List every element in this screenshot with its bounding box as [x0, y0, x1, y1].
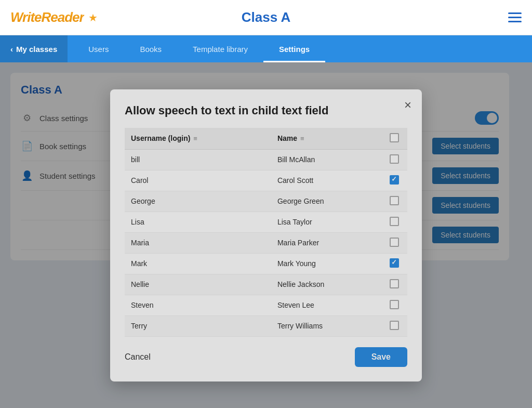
username-cell: Maria	[125, 232, 271, 253]
name-cell: Mark Young	[271, 253, 381, 274]
student-checkbox[interactable]	[390, 300, 399, 309]
username-cell: George	[125, 191, 271, 212]
table-row: CarolCarol Scott	[125, 170, 407, 191]
page-title: Class A	[242, 9, 290, 25]
hamburger-line-1	[508, 12, 522, 14]
student-checkbox[interactable]	[390, 217, 399, 226]
modal-footer: Cancel Save	[125, 347, 407, 367]
table-row: GeorgeGeorge Green	[125, 191, 407, 212]
table-row: MarkMark Young	[125, 253, 407, 274]
username-cell: bill	[125, 149, 271, 170]
name-cell: Bill McAllan	[271, 149, 381, 170]
name-cell: Lisa Taylor	[271, 212, 381, 232]
name-cell: Nellie Jackson	[271, 274, 381, 295]
back-to-my-classes[interactable]: ‹ My classes	[0, 35, 68, 62]
username-cell: Mark	[125, 253, 271, 274]
username-cell: Terry	[125, 315, 271, 336]
username-cell: Carol	[125, 170, 271, 191]
tab-settings[interactable]: Settings	[263, 35, 325, 62]
select-all-checkbox[interactable]	[390, 133, 399, 142]
student-checkbox[interactable]	[390, 238, 399, 247]
table-row: billBill McAllan	[125, 149, 407, 170]
name-cell: Maria Parker	[271, 232, 381, 253]
table-row: NellieNellie Jackson	[125, 274, 407, 295]
student-checkbox[interactable]	[390, 175, 399, 185]
table-row: MariaMaria Parker	[125, 232, 407, 253]
table-header-row: Username (login) ≡ Name ≡	[125, 128, 407, 150]
name-cell: George Green	[271, 191, 381, 212]
tab-books[interactable]: Books	[124, 35, 177, 62]
username-filter-icon[interactable]: ≡	[193, 135, 197, 142]
hamburger-line-2	[508, 17, 522, 18]
name-cell: Steven Lee	[271, 295, 381, 315]
student-checkbox[interactable]	[390, 279, 399, 288]
hamburger-line-3	[508, 21, 522, 22]
name-cell: Terry Williams	[271, 315, 381, 336]
logo-star: ★	[88, 11, 98, 24]
username-cell: Steven	[125, 295, 271, 315]
app-header: WriteReader ★ Class A	[0, 0, 532, 35]
student-checkbox[interactable]	[390, 196, 399, 205]
back-label: My classes	[16, 45, 57, 54]
nav-tabs: Users Books Template library Settings	[73, 35, 325, 62]
tab-users[interactable]: Users	[73, 35, 124, 62]
logo: WriteReader ★	[10, 9, 98, 25]
save-button[interactable]: Save	[355, 347, 407, 367]
modal-title: Allow speech to text in child text field	[125, 104, 407, 117]
chevron-left-icon: ‹	[10, 45, 13, 54]
tab-template-library[interactable]: Template library	[177, 35, 263, 62]
table-row: StevenSteven Lee	[125, 295, 407, 315]
student-checkbox[interactable]	[390, 321, 399, 330]
speech-to-text-modal: × Allow speech to text in child text fie…	[110, 89, 422, 381]
name-filter-icon[interactable]: ≡	[300, 135, 304, 142]
modal-overlay: × Allow speech to text in child text fie…	[0, 62, 532, 408]
name-cell: Carol Scott	[271, 170, 381, 191]
checkbox-column-header	[381, 128, 407, 150]
username-cell: Lisa	[125, 212, 271, 232]
main-content: Class A ⚙ Class settings 📄 Book settings…	[0, 62, 532, 408]
students-table: Username (login) ≡ Name ≡	[125, 128, 407, 337]
navigation-bar: ‹ My classes Users Books Template librar…	[0, 35, 532, 62]
hamburger-menu[interactable]	[508, 12, 522, 22]
student-checkbox[interactable]	[390, 258, 399, 268]
cancel-button[interactable]: Cancel	[125, 352, 151, 362]
table-row: LisaLisa Taylor	[125, 212, 407, 232]
username-cell: Nellie	[125, 274, 271, 295]
username-column-header: Username (login) ≡	[125, 128, 271, 150]
logo-text: WriteReader	[10, 9, 84, 25]
name-column-header: Name ≡	[271, 128, 381, 150]
student-checkbox[interactable]	[390, 154, 399, 164]
modal-close-button[interactable]: ×	[404, 98, 411, 112]
table-row: TerryTerry Williams	[125, 315, 407, 336]
